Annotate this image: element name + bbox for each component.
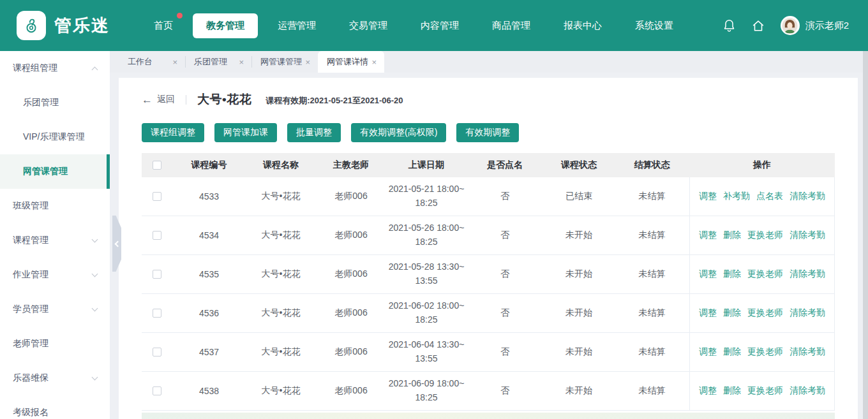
nav-item-商品管理[interactable]: 商品管理 (479, 13, 544, 38)
row-checkbox[interactable] (153, 348, 161, 357)
home-icon[interactable] (751, 18, 765, 33)
tab-工作台[interactable]: 工作台× (119, 51, 185, 73)
toolbar-button-网管课加课[interactable]: 网管课加课 (214, 123, 277, 142)
page-scrollbar[interactable] (863, 51, 868, 419)
action-link-调整[interactable]: 调整 (699, 268, 717, 280)
sidebar-item-乐团管理[interactable]: 乐团管理 (0, 85, 110, 120)
toolbar-button-批量调整[interactable]: 批量调整 (287, 123, 341, 142)
action-link-调整[interactable]: 调整 (699, 230, 717, 241)
row-checkbox[interactable] (153, 386, 161, 395)
sidebar-item-作业管理[interactable]: 作业管理 (0, 258, 110, 292)
column-header-上课日期: 上课日期 (386, 159, 467, 171)
back-label: 返回 (157, 94, 175, 105)
settlement-cell: 未结算 (615, 372, 689, 410)
back-arrow-icon: ← (142, 94, 153, 105)
toolbar: 课程组调整网管课加课批量调整有效期调整(高权限)有效期调整 (142, 123, 834, 142)
action-link-更换老师[interactable]: 更换老师 (747, 268, 783, 280)
table-row: 4537大号•花花老师0062021-06-04 13:30~13:55否未开始… (142, 333, 835, 372)
page-header: ← 返回 大号•花花 课程有效期:2021-05-21至2021-06-20 (142, 89, 834, 110)
sidebar-item-课程管理[interactable]: 课程管理 (0, 223, 110, 258)
bell-icon[interactable] (722, 18, 736, 33)
content-card: ← 返回 大号•花花 课程有效期:2021-05-21至2021-06-20 课… (119, 78, 858, 419)
action-link-删除[interactable]: 删除 (723, 307, 741, 319)
row-checkbox[interactable] (153, 231, 161, 240)
action-link-补考勤[interactable]: 补考勤 (723, 191, 750, 202)
sidebar-item-VIP/乐理课管理[interactable]: VIP/乐理课管理 (0, 120, 110, 154)
chevron-up-icon (92, 67, 98, 73)
action-link-删除[interactable]: 删除 (723, 385, 741, 397)
action-link-点名表[interactable]: 点名表 (756, 191, 783, 202)
row-checkbox[interactable] (153, 270, 161, 279)
column-header-是否点名: 是否点名 (467, 159, 543, 171)
tab-乐团管理[interactable]: 乐团管理× (185, 51, 251, 73)
action-link-调整[interactable]: 调整 (699, 307, 717, 319)
sidebar-item-班级管理[interactable]: 班级管理 (0, 189, 110, 223)
toolbar-button-有效期调整[interactable]: 有效期调整 (456, 123, 519, 142)
tab-close-icon[interactable]: × (171, 57, 179, 67)
sidebar-item-课程组管理[interactable]: 课程组管理 (0, 51, 110, 85)
tab-网管课详情[interactable]: 网管课详情× (318, 51, 384, 73)
toolbar-button-有效期调整(高权限)[interactable]: 有效期调整(高权限) (351, 123, 446, 142)
tab-close-icon[interactable]: × (370, 57, 378, 67)
action-link-调整[interactable]: 调整 (699, 191, 717, 202)
select-all-checkbox[interactable] (153, 161, 161, 170)
action-link-清除考勤[interactable]: 清除考勤 (789, 268, 825, 280)
chevron-down-icon (92, 237, 98, 243)
sidebar-item-网管课管理[interactable]: 网管课管理 (0, 154, 110, 189)
user-menu[interactable]: 演示老师2 (781, 16, 849, 35)
status-cell: 未开始 (543, 333, 615, 371)
avatar (781, 16, 800, 35)
row-select-cell (142, 333, 172, 371)
tab-close-icon[interactable]: × (237, 57, 245, 67)
action-link-删除[interactable]: 删除 (723, 268, 741, 280)
action-link-清除考勤[interactable]: 清除考勤 (789, 191, 825, 202)
toolbar-button-课程组调整[interactable]: 课程组调整 (142, 123, 204, 142)
action-link-调整[interactable]: 调整 (699, 346, 717, 358)
action-link-清除考勤[interactable]: 清除考勤 (789, 307, 825, 319)
action-link-清除考勤[interactable]: 清除考勤 (789, 385, 825, 397)
date-text: 2021-06-02 18:00~18:25 (387, 299, 465, 327)
rollcall-cell: 否 (467, 372, 543, 410)
action-link-删除[interactable]: 删除 (723, 346, 741, 358)
tab-网管课管理[interactable]: 网管课管理× (251, 51, 318, 73)
nav-item-运营管理[interactable]: 运营管理 (264, 13, 329, 38)
nav-item-首页[interactable]: 首页 (140, 13, 186, 38)
chevron-down-icon (92, 305, 98, 312)
action-link-删除[interactable]: 删除 (723, 230, 741, 241)
table-header: 课程编号课程名称主教老师上课日期是否点名课程状态结算状态操作 (142, 153, 835, 177)
settlement-cell: 未结算 (615, 177, 689, 216)
course-id-cell: 4537 (172, 333, 246, 371)
nav-item-教务管理[interactable]: 教务管理 (193, 13, 258, 38)
action-link-更换老师[interactable]: 更换老师 (747, 346, 783, 358)
nav-item-系统设置[interactable]: 系统设置 (622, 13, 687, 38)
back-button[interactable]: ← 返回 (142, 94, 175, 105)
action-link-更换老师[interactable]: 更换老师 (747, 230, 783, 241)
navbar-right: 演示老师2 (722, 16, 849, 35)
notification-dot-icon (177, 13, 183, 18)
sidebar-item-学员管理[interactable]: 学员管理 (0, 292, 110, 327)
action-link-清除考勤[interactable]: 清除考勤 (789, 230, 825, 241)
tab-close-icon[interactable]: × (304, 57, 311, 67)
course-name-cell: 大号•花花 (246, 294, 316, 332)
action-link-调整[interactable]: 调整 (699, 385, 717, 397)
row-select-cell (142, 177, 172, 216)
action-link-清除考勤[interactable]: 清除考勤 (789, 346, 825, 358)
action-link-更换老师[interactable]: 更换老师 (747, 385, 783, 397)
nav-item-内容管理[interactable]: 内容管理 (407, 13, 472, 38)
table-row: 4533大号•花花老师0062021-05-21 18:00~18:25否已结束… (142, 177, 835, 216)
row-checkbox[interactable] (153, 192, 161, 201)
brand-logo[interactable]: 管乐迷 (17, 11, 110, 40)
sidebar-item-老师管理[interactable]: 老师管理 (0, 327, 110, 361)
sidebar-item-乐器维保[interactable]: 乐器维保 (0, 361, 110, 395)
chevron-down-icon (92, 374, 98, 381)
row-checkbox[interactable] (153, 309, 161, 318)
sidebar-item-考级报名[interactable]: 考级报名 (0, 395, 110, 419)
course-validity: 课程有效期:2021-05-21至2021-06-20 (266, 93, 403, 107)
nav-item-报表中心[interactable]: 报表中心 (550, 13, 615, 38)
action-link-更换老师[interactable]: 更换老师 (747, 307, 783, 319)
nav-item-交易管理[interactable]: 交易管理 (336, 13, 401, 38)
actions-cell: 调整删除更换老师清除考勤 (689, 255, 835, 293)
column-header-课程名称: 课程名称 (246, 159, 316, 171)
teacher-cell: 老师006 (316, 372, 386, 410)
date-text: 2021-06-04 13:30~13:55 (387, 338, 465, 365)
